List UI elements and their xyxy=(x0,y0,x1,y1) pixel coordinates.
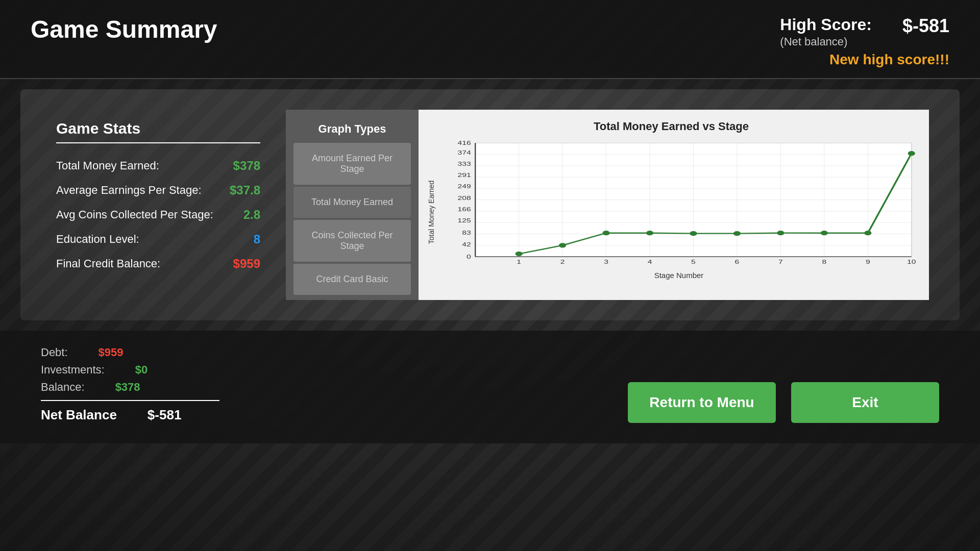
investments-value: $0 xyxy=(135,363,148,377)
fin-divider xyxy=(41,400,219,401)
svg-text:5: 5 xyxy=(691,259,696,265)
header: Game Summary High Score: (Net balance) $… xyxy=(0,0,980,79)
graph-type-btn-total-money[interactable]: Total Money Earned xyxy=(293,187,411,218)
stat-value: 8 xyxy=(254,232,260,246)
svg-text:249: 249 xyxy=(458,184,471,190)
debt-label: Debt: xyxy=(41,346,68,359)
svg-text:374: 374 xyxy=(458,149,471,156)
svg-text:42: 42 xyxy=(462,241,471,247)
stat-row: Avg Coins Collected Per Stage: 2.8 xyxy=(56,208,260,222)
svg-point-45 xyxy=(516,252,523,256)
svg-point-53 xyxy=(864,231,871,235)
chart-area: Total Money Earned vs Stage Total Money … xyxy=(419,110,929,300)
svg-point-49 xyxy=(690,231,697,236)
return-to-menu-button[interactable]: Return to Menu xyxy=(628,382,776,423)
svg-text:291: 291 xyxy=(458,172,471,179)
svg-point-47 xyxy=(602,231,609,235)
balance-label: Balance: xyxy=(41,381,85,394)
x-axis-label: Stage Number xyxy=(439,271,919,280)
graph-types-panel: Graph Types Amount Earned Per Stage Tota… xyxy=(286,110,419,300)
svg-text:416: 416 xyxy=(458,140,471,146)
svg-text:6: 6 xyxy=(735,259,740,265)
net-balance-value: $-581 xyxy=(148,407,182,423)
action-buttons: Return to Menu Exit xyxy=(628,382,939,423)
svg-text:3: 3 xyxy=(604,259,608,265)
graph-type-btn-coins[interactable]: Coins Collected Per Stage xyxy=(293,220,411,262)
stat-label: Final Credit Balance: xyxy=(56,257,160,270)
svg-text:125: 125 xyxy=(458,218,471,224)
svg-text:83: 83 xyxy=(462,230,471,236)
graph-type-btn-amount-earned[interactable]: Amount Earned Per Stage xyxy=(293,143,411,185)
page-title: Game Summary xyxy=(31,15,217,43)
graph-type-btn-credit-card[interactable]: Credit Card Basic xyxy=(293,264,411,295)
stat-value: 2.8 xyxy=(243,208,260,222)
game-stats-panel: Game Stats Total Money Earned: $378 Aver… xyxy=(51,110,265,291)
svg-text:4: 4 xyxy=(648,259,652,265)
stat-value: $959 xyxy=(233,257,260,271)
high-score-sublabel: (Net balance) xyxy=(780,35,872,48)
score-section: High Score: (Net balance) $-581 New high… xyxy=(780,15,949,68)
svg-text:10: 10 xyxy=(907,259,916,265)
y-axis-label: Total Money Earned xyxy=(427,181,435,244)
svg-point-54 xyxy=(908,151,915,156)
financial-summary: Debt: $959 Investments: $0 Balance: $378… xyxy=(41,346,219,423)
stat-label: Average Earnings Per Stage: xyxy=(56,184,202,197)
svg-point-50 xyxy=(733,231,741,236)
debt-value: $959 xyxy=(99,346,124,359)
balance-value: $378 xyxy=(115,381,140,394)
svg-text:166: 166 xyxy=(458,207,471,213)
stat-label: Avg Coins Collected Per Stage: xyxy=(56,208,213,221)
stat-value: $378 xyxy=(233,159,260,173)
svg-point-48 xyxy=(646,231,653,235)
stat-row: Average Earnings Per Stage: $37.8 xyxy=(56,183,260,197)
svg-point-51 xyxy=(777,231,784,235)
high-score-label: High Score: xyxy=(780,15,872,34)
svg-text:333: 333 xyxy=(458,161,471,167)
svg-point-52 xyxy=(821,231,828,235)
game-stats-title: Game Stats xyxy=(56,120,260,143)
exit-button[interactable]: Exit xyxy=(791,382,939,423)
stat-label: Total Money Earned: xyxy=(56,159,159,172)
svg-point-46 xyxy=(559,243,566,247)
stat-row: Final Credit Balance: $959 xyxy=(56,257,260,271)
high-score-value: $-581 xyxy=(902,15,949,37)
chart-svg: 0 42 83 125 166 208 249 291 333 374 416 … xyxy=(439,138,919,271)
graph-types-title: Graph Types xyxy=(318,115,386,141)
svg-text:208: 208 xyxy=(458,195,471,201)
svg-text:9: 9 xyxy=(866,259,870,265)
main-content: Game Stats Total Money Earned: $378 Aver… xyxy=(20,89,960,320)
svg-text:2: 2 xyxy=(560,259,565,265)
stat-row: Education Level: 8 xyxy=(56,232,260,246)
new-high-score-badge: New high score!!! xyxy=(829,52,949,68)
investments-label: Investments: xyxy=(41,363,105,377)
stat-label: Education Level: xyxy=(56,233,139,246)
stat-value: $37.8 xyxy=(230,183,260,197)
svg-text:1: 1 xyxy=(517,259,521,265)
net-balance-label: Net Balance xyxy=(41,407,117,423)
graph-section: Graph Types Amount Earned Per Stage Tota… xyxy=(286,110,929,300)
svg-text:7: 7 xyxy=(778,259,783,265)
svg-text:0: 0 xyxy=(467,254,471,260)
chart-title: Total Money Earned vs Stage xyxy=(424,120,919,133)
stat-row: Total Money Earned: $378 xyxy=(56,159,260,173)
bottom-section: Debt: $959 Investments: $0 Balance: $378… xyxy=(0,331,980,443)
svg-text:8: 8 xyxy=(822,259,826,265)
